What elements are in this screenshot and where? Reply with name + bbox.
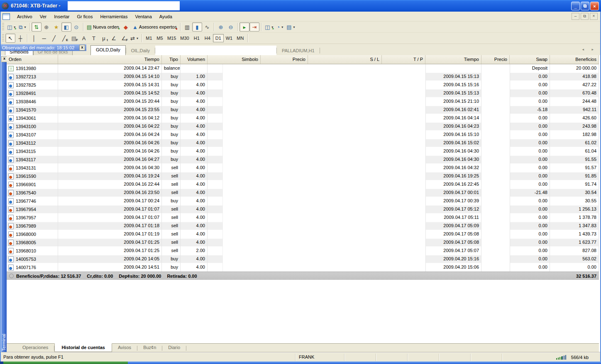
column-header-tipo[interactable]: Tipo (162, 55, 181, 64)
menu-archivo[interactable]: Archivo (13, 13, 36, 20)
menu-gr-ficos[interactable]: Gr ficos (73, 13, 97, 20)
table-row[interactable]: 139669012009.04.16 22:44sell4.002009.04.… (7, 180, 599, 189)
menu-insertar[interactable]: Insertar (50, 13, 73, 20)
column-header-volumen[interactable]: Volumen (181, 55, 208, 64)
candlestick-chart-button[interactable]: ▮ (192, 22, 202, 32)
column-header-precio[interactable]: Precio (261, 55, 308, 64)
timeframe-m30[interactable]: M30 (178, 34, 191, 42)
fibonacci-fan-button[interactable]: ∠ (109, 34, 119, 43)
column-header-simbolo[interactable]: Simbolo (208, 55, 261, 64)
table-row[interactable]: 140057532009.04.20 14:05buy4.002009.04.2… (7, 255, 599, 263)
table-row[interactable]: 139680002009.04.17 01:19sell4.002009.04.… (7, 230, 599, 238)
tick-chart-button[interactable]: ⇅ (32, 22, 42, 32)
text-button[interactable]: A (79, 34, 89, 43)
chart-shift-button[interactable]: ⇥ (249, 22, 259, 32)
child-minimize-button[interactable]: – (572, 13, 579, 20)
new-chart-button[interactable]: ◫+▾ (5, 22, 17, 32)
column-header-swap[interactable]: Swap (510, 55, 550, 64)
table-row[interactable]: 139680052009.04.17 01:25sell4.002009.04.… (7, 238, 599, 247)
terminal-tab-historial-de-cuentas[interactable]: Historial de cuentas (54, 343, 112, 352)
expert-advisors-button[interactable]: ▲●Asesores expertos (131, 22, 178, 32)
horizontal-line-button[interactable]: ─ (39, 34, 49, 43)
timeframe-m15[interactable]: M15 (165, 34, 178, 42)
table-row[interactable]: 139615902009.04.16 19:24sell4.002009.04.… (7, 172, 599, 180)
chart-tab-oil-daily[interactable]: OIL,Daily (126, 46, 155, 55)
chart-tab-gold-daily[interactable]: GOLD,Daily (90, 45, 126, 55)
bar-chart-button[interactable]: ▥ (182, 22, 192, 32)
table-row[interactable]: 139431312009.04.16 04:30sell4.002009.04.… (7, 164, 599, 172)
crosshair-button[interactable]: ┼ (15, 34, 25, 43)
close-button[interactable]: × (590, 2, 599, 10)
table-row[interactable]: 139284912009.04.15 14:52buy4.002009.04.1… (7, 89, 599, 97)
table-row[interactable]: 139679892009.04.17 01:18sell4.002009.04.… (7, 222, 599, 230)
templates-button[interactable]: ▤▾ (285, 22, 296, 32)
child-restore-button[interactable]: ⧉ (581, 13, 589, 20)
timeframe-w1[interactable]: W1 (224, 34, 235, 42)
column-header-sl[interactable]: S / L (308, 55, 382, 64)
table-row[interactable]: 139278252009.04.15 14:31buy4.002009.04.1… (7, 81, 599, 89)
menu-ventana[interactable]: Ventana (131, 13, 155, 20)
chart-tab-palladium-h1[interactable]: PALLADIUM,H1 (277, 46, 320, 55)
timeframe-h4[interactable]: H4 (202, 34, 213, 42)
column-header-tp[interactable]: T / P (382, 55, 425, 64)
terminal-tab-operaciones[interactable]: Operaciones (17, 344, 54, 351)
market-watch-close-icon[interactable]: x (79, 45, 85, 51)
timeframe-m5[interactable]: M5 (154, 34, 165, 42)
trendline-button[interactable]: ╱ (49, 34, 59, 43)
table-row[interactable]: 139679542009.04.17 01:07sell4.002009.04.… (7, 205, 599, 214)
timeframe-d1[interactable]: D1 (213, 34, 224, 42)
table-row[interactable]: 139430612009.04.16 04:12buy4.002009.04.1… (7, 114, 599, 122)
table-header[interactable]: Orden△TiempoTipoVolumenSimboloPrecioS / … (7, 55, 599, 64)
table-row[interactable]: 139679572009.04.17 01:07sell4.002009.04.… (7, 214, 599, 222)
fibonacci-arcs-button[interactable]: ∠F (119, 34, 129, 43)
timeframe-h1[interactable]: H1 (191, 34, 202, 42)
table-row[interactable]: 140071762009.04.20 14:51buy4.002009.04.2… (7, 263, 599, 272)
expert-advisor-status-button[interactable]: ◆! (121, 22, 131, 32)
table-row[interactable]: 139431002009.04.16 04:22buy4.002009.04.1… (7, 122, 599, 131)
child-close-button[interactable]: × (590, 13, 598, 20)
terminal-tab-avisos[interactable]: Avisos (112, 344, 137, 351)
column-header-precio[interactable]: Precio (481, 55, 510, 64)
table-row[interactable]: 139431172009.04.16 04:27buy4.002009.04.1… (7, 155, 599, 164)
fibonacci-retracement-button[interactable]: ▤F (69, 34, 79, 43)
terminal-tab-buz¢n[interactable]: Buz¢n (137, 344, 162, 351)
crosshair-target-button[interactable]: ⊕ (42, 22, 51, 32)
table-row[interactable]: 139431152009.04.16 04:26buy4.002009.04.1… (7, 147, 599, 155)
table-row[interactable]: 139675402009.04.16 23:50sell4.002009.04.… (7, 189, 599, 197)
toolbar-grip[interactable] (2, 23, 4, 31)
table-row[interactable]: 139384462009.04.15 20:44buy4.002009.04.1… (7, 97, 599, 106)
zoom-out-button[interactable]: ⊖ (226, 22, 236, 32)
arrows-button[interactable]: ⇄▾ (129, 34, 140, 43)
table-row[interactable]: 139677462009.04.17 00:24buy4.002009.04.1… (7, 197, 599, 205)
terminal-tab-diario[interactable]: Diario (162, 344, 186, 351)
profiles-button[interactable]: ⧉▾ (17, 22, 27, 32)
tab-scroll-arrows[interactable]: ◂ ▸ (582, 47, 597, 51)
table-row[interactable]: ↑139139802009.04.14 23:47balanceDeposit2… (7, 64, 599, 73)
column-header-beneficios[interactable]: Beneficios (550, 55, 599, 64)
column-header-tiempo[interactable]: Tiempo (58, 55, 162, 64)
menu-ayuda[interactable]: Ayuda (156, 13, 176, 20)
terminal-side-caption[interactable]: Terminal (1, 62, 7, 352)
restore-button[interactable]: ⧉ (581, 2, 589, 10)
zoom-in-button[interactable]: ⊕ (216, 22, 226, 32)
column-header-orden[interactable]: Orden△ (7, 55, 58, 64)
minimize-button[interactable]: _ (571, 2, 580, 10)
table-row[interactable]: 139272132009.04.15 14:10buy1.002009.04.1… (7, 73, 599, 81)
table-row[interactable]: 139680102009.04.17 01:25sell2.002009.04.… (7, 247, 599, 255)
equidistant-channel-button[interactable]: ╱E (59, 34, 69, 43)
market-watch-tab-símbolos[interactable]: Símbolos (5, 51, 33, 55)
timeframe-m1[interactable]: M1 (144, 34, 154, 42)
vertical-line-button[interactable]: │ (29, 34, 39, 43)
market-watch-tab-gr-fico-de-ticks[interactable]: Gr fico de ticks (33, 51, 73, 55)
price-label-button[interactable]: μt (99, 34, 109, 43)
line-chart-button[interactable]: ∿ (202, 22, 212, 32)
market-watch-titlebar[interactable]: Observaci¢n del mercado: 18:15:02 x (1, 44, 86, 51)
menu-ver[interactable]: Ver (36, 13, 51, 20)
new-order-button[interactable]: ▤+Nueva orden (85, 22, 121, 32)
text-label-button[interactable]: T (89, 34, 99, 43)
table-row[interactable]: 139431122009.04.16 04:26buy4.002009.04.1… (7, 139, 599, 147)
toolbar-grip[interactable] (2, 34, 4, 42)
menu-herramientas[interactable]: Herramientas (96, 13, 131, 20)
table-row[interactable]: 139415702009.04.15 23:55buy4.002009.04.1… (7, 106, 599, 114)
data-window-button[interactable]: ⊙ (71, 22, 81, 32)
